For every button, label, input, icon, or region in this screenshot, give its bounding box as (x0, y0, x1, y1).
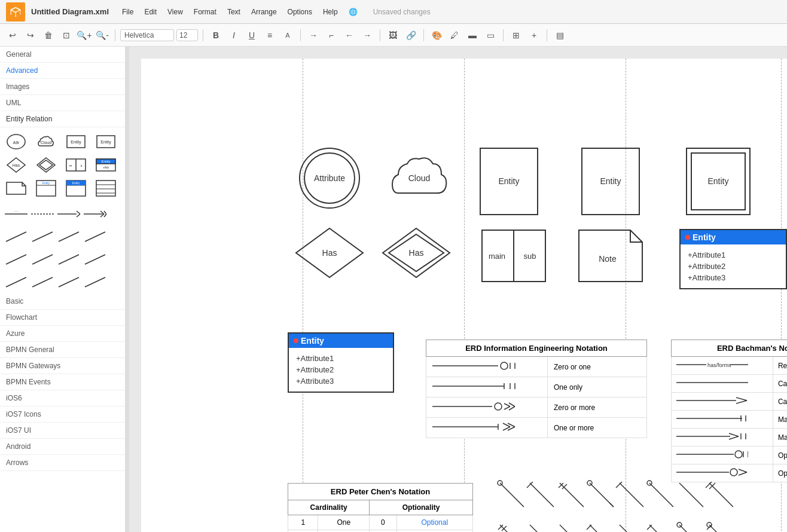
er-diag-11[interactable] (56, 273, 81, 291)
er-line-2[interactable] (30, 205, 55, 223)
zoom-in-button[interactable]: 🔍+ (77, 27, 92, 43)
canvas-area[interactable]: Attribute Cloud Entity (129, 47, 787, 532)
sidebar-item-android[interactable]: Android (0, 439, 125, 455)
sidebar-item-ios7-icons[interactable]: iOS7 Icons (0, 406, 125, 423)
er-diag-4[interactable] (83, 228, 108, 246)
redo-button[interactable]: ↪ (23, 27, 38, 43)
sidebar-item-general[interactable]: General (0, 47, 125, 63)
svg-text:Entity: Entity (72, 181, 80, 185)
undo-button[interactable]: ↩ (5, 27, 20, 43)
arrow-forward-button[interactable]: → (359, 27, 375, 43)
add-button[interactable]: + (526, 27, 542, 43)
entity-table-body-right: +Attribute1 +Attribute2 +Attribute3 (681, 244, 786, 288)
er-diag-7[interactable] (56, 250, 81, 268)
entity2-attr3: +Attribute3 (296, 375, 386, 387)
attribute-shape[interactable]: Attribute (297, 145, 362, 211)
er-shape-note[interactable] (4, 178, 29, 199)
er-shape-entity2[interactable]: Entity (93, 131, 118, 152)
entity2-shape[interactable]: Entity (581, 147, 640, 216)
er-shape-split-entity[interactable]: ms (63, 154, 89, 176)
sidebar-item-bpmn-general[interactable]: BPMN General (0, 342, 125, 358)
menu-arrange[interactable]: Arrange (246, 5, 282, 19)
sidebar-item-advanced[interactable]: Advanced (0, 63, 125, 79)
has1-shape[interactable]: Has (294, 226, 365, 280)
link-button[interactable]: 🔗 (403, 27, 419, 43)
sidebar-item-arrows[interactable]: Arrows (0, 455, 125, 471)
arrow-right-button[interactable]: → (306, 27, 321, 43)
sidebar-item-images[interactable]: Images (0, 79, 125, 95)
sidebar-item-flowchart[interactable]: Flowchart (0, 310, 125, 326)
fit-page-button[interactable]: ⊡ (59, 27, 74, 43)
er-shape-cloud[interactable]: Cloud (33, 131, 59, 152)
er-diag-12[interactable] (83, 273, 108, 291)
panel-button[interactable]: ▤ (552, 27, 568, 43)
zoom-out-button[interactable]: 🔍- (94, 27, 110, 43)
rounded-rect-button[interactable]: ▭ (483, 27, 498, 43)
entity3-shape[interactable]: Entity (685, 147, 751, 216)
split-entity-shape[interactable]: main sub (481, 229, 547, 283)
menu-view[interactable]: View (163, 5, 188, 19)
arrow-corner-button[interactable]: ⌐ (324, 27, 339, 43)
fill-color-button[interactable]: 🎨 (429, 27, 444, 43)
font-size-input[interactable] (176, 29, 198, 41)
bold-button[interactable]: B (208, 27, 224, 43)
er-diag-6[interactable] (30, 250, 55, 268)
menu-help[interactable]: Help (318, 5, 343, 19)
sidebar-item-ios6[interactable]: iOS6 (0, 390, 125, 406)
er-shape-striped[interactable] (93, 178, 118, 199)
er-diag-1[interactable] (4, 228, 29, 246)
er-line-1[interactable]: — (4, 205, 29, 223)
entity1-shape[interactable]: Entity (479, 147, 539, 216)
svg-line-49 (85, 255, 105, 264)
er-shape-entity-header[interactable]: Entity+Attr (93, 154, 118, 176)
menu-file[interactable]: File (117, 5, 138, 19)
er-diag-8[interactable] (83, 250, 108, 268)
sidebar-item-entity-relation[interactable]: Entity Relation (0, 111, 125, 127)
sidebar-item-bpmn-events[interactable]: BPMN Events (0, 374, 125, 390)
menu-options[interactable]: Options (283, 5, 317, 19)
entity-table-right[interactable]: Entity +Attribute1 +Attribute2 +Attribut… (679, 229, 787, 328)
sidebar-item-basic[interactable]: Basic (0, 293, 125, 310)
font-name-input[interactable] (120, 29, 174, 41)
align-left-button[interactable]: ≡ (262, 27, 277, 43)
er-line-4[interactable] (83, 205, 108, 223)
cloud-shape[interactable]: Cloud (386, 148, 452, 208)
grid-button[interactable]: ⊞ (508, 27, 524, 43)
arrow-back-button[interactable]: ← (341, 27, 357, 43)
entity2-label: Entity (600, 176, 621, 186)
menu-text[interactable]: Text (222, 5, 245, 19)
note-shape[interactable]: Note (578, 229, 643, 283)
rect-button[interactable]: ▬ (465, 27, 480, 43)
er-diag-10[interactable] (30, 273, 55, 291)
erd-ie-one-or-more: One or more (547, 418, 646, 438)
svg-line-40 (104, 211, 106, 214)
sidebar-item-ios7-ui[interactable]: iOS7 UI (0, 423, 125, 439)
menu-format[interactable]: Format (189, 5, 221, 19)
er-shape-table1[interactable]: Entity (33, 178, 59, 199)
image-button[interactable]: 🖼 (385, 27, 401, 43)
er-diag-2[interactable] (30, 228, 55, 246)
has2-shape[interactable]: Has (380, 226, 452, 280)
sidebar-basic-label: Basic (6, 297, 23, 305)
delete-button[interactable]: 🗑 (41, 27, 56, 43)
underline-button[interactable]: U (244, 27, 260, 43)
sidebar-item-bpmn-gateways[interactable]: BPMN Gateways (0, 358, 125, 374)
er-diag-5[interactable] (4, 250, 29, 268)
er-shape-table2[interactable]: Entity (63, 178, 89, 199)
font-color-button[interactable]: A (280, 27, 295, 43)
svg-line-145 (679, 525, 703, 532)
er-diag-9[interactable] (4, 273, 29, 291)
bachman-row-5: Mandatory, Many (672, 429, 788, 447)
italic-button[interactable]: I (226, 27, 242, 43)
er-shape-attribute[interactable]: Attr (4, 131, 29, 152)
entity-table-left[interactable]: Entity +Attribute1 +Attribute2 +Attribut… (288, 332, 394, 431)
sidebar-item-uml[interactable]: UML (0, 95, 125, 111)
er-line-3[interactable] (56, 205, 81, 223)
er-shape-entity1[interactable]: Entity (63, 131, 89, 152)
er-shape-diamond[interactable]: Has (4, 154, 29, 176)
menu-edit[interactable]: Edit (139, 5, 161, 19)
sidebar-item-azure[interactable]: Azure (0, 326, 125, 342)
er-diag-3[interactable] (56, 228, 81, 246)
paint-button[interactable]: 🖊 (447, 27, 462, 43)
er-shape-diamond-double[interactable] (33, 154, 59, 176)
